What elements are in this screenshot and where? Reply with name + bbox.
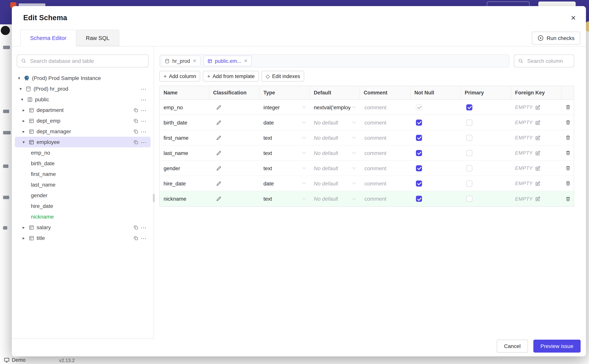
preview-issue-button[interactable]: Preview issue [533,340,581,353]
copy-icon[interactable] [134,140,138,144]
type-select[interactable]: date [260,176,310,191]
edit-foreign-key-icon[interactable] [535,196,541,202]
classification-edit-icon[interactable] [216,150,221,156]
column-name-cell[interactable]: emp_no [160,100,209,115]
tree-item-column[interactable]: first_name [15,169,151,179]
scrollbar-thumb[interactable] [153,194,155,202]
caret-down-icon[interactable]: ▾ [18,87,23,91]
delete-column-icon[interactable] [565,196,571,202]
tree-item-table[interactable]: ▸ department ⋯ [15,105,151,115]
edit-foreign-key-icon[interactable] [535,135,541,140]
run-checks-button[interactable]: Run checks [532,32,580,45]
caret-right-icon[interactable]: ▸ [21,129,26,133]
default-select[interactable]: No default [310,115,360,130]
caret-down-icon[interactable]: ▾ [17,76,21,80]
cancel-button[interactable]: Cancel [497,340,528,353]
tree-item-table[interactable]: ▸ salary ⋯ [15,222,151,233]
delete-column-icon[interactable] [565,165,571,171]
comment-input[interactable] [364,150,407,156]
column-name-cell[interactable]: first_name [160,130,209,145]
not-null-checkbox[interactable] [416,150,422,156]
default-select[interactable]: nextval('employ [310,100,360,115]
tree-item-column[interactable]: gender [15,190,151,201]
classification-edit-icon[interactable] [216,120,221,125]
default-select[interactable]: No default [310,145,360,160]
copy-icon[interactable] [134,225,138,230]
tree-item-column[interactable]: emp_no [15,147,151,158]
default-select[interactable]: No default [310,161,360,176]
kebab-menu-icon[interactable]: ⋯ [141,129,147,134]
tree-item-table[interactable]: ▸ title ⋯ [15,233,151,243]
tree-item-table[interactable]: ▸ dept_emp ⋯ [15,115,151,126]
kebab-menu-icon[interactable]: ⋯ [141,118,147,124]
tab-chip-table[interactable]: public.em... ✕ [203,56,251,66]
column-name-cell[interactable]: birth_date [160,115,209,130]
type-select[interactable]: text [260,191,310,206]
copy-icon[interactable] [134,108,138,112]
edit-indexes-button[interactable]: ◇ Edit indexes [261,71,304,81]
delete-column-icon[interactable] [565,150,571,156]
tree-item-column[interactable]: nickname [15,211,151,222]
caret-right-icon[interactable]: ▸ [21,108,26,112]
comment-input[interactable] [364,195,407,202]
type-select[interactable]: integer [260,100,310,115]
tree-item-column[interactable]: hire_date [15,201,151,211]
primary-checkbox[interactable] [466,180,472,186]
classification-edit-icon[interactable] [216,135,221,140]
copy-icon[interactable] [134,118,138,123]
column-name-cell[interactable]: gender [160,161,209,176]
primary-checkbox[interactable] [466,150,472,156]
close-icon[interactable]: ✕ [244,59,248,63]
edit-foreign-key-icon[interactable] [535,104,541,110]
type-select[interactable]: date [260,115,310,130]
delete-column-icon[interactable] [565,181,571,186]
tree-item-instance[interactable]: ▾ (Prod) Prod Sample Instance [15,73,151,83]
classification-edit-icon[interactable] [216,196,221,202]
default-select[interactable]: No default [310,191,360,206]
add-from-template-button[interactable]: + Add from template [203,71,259,81]
primary-checkbox[interactable] [466,119,472,125]
caret-down-icon[interactable]: ▾ [21,140,26,144]
close-icon[interactable]: ✕ [567,12,580,23]
kebab-menu-icon[interactable]: ⋯ [141,235,147,241]
comment-input[interactable] [364,119,407,126]
caret-right-icon[interactable]: ▸ [21,119,26,123]
primary-checkbox[interactable] [466,196,472,202]
not-null-checkbox[interactable] [416,180,422,186]
delete-column-icon[interactable] [565,135,571,141]
tree-search[interactable] [17,54,149,67]
tree-item-schema[interactable]: ▾ public ⋯ [15,94,151,105]
kebab-menu-icon[interactable]: ⋯ [141,97,147,102]
kebab-menu-icon[interactable]: ⋯ [141,107,147,113]
type-select[interactable]: text [260,130,310,145]
primary-checkbox[interactable] [466,104,472,110]
not-null-checkbox[interactable] [416,165,422,171]
tree-item-column[interactable]: last_name [15,179,151,190]
not-null-checkbox[interactable] [416,104,422,110]
caret-right-icon[interactable]: ▸ [21,236,26,240]
add-column-button[interactable]: + Add column [159,71,200,81]
not-null-checkbox[interactable] [416,119,422,125]
close-icon[interactable]: ✕ [193,59,196,63]
tab-schema-editor[interactable]: Schema Editor [20,30,76,46]
column-name-cell[interactable]: last_name [160,145,209,160]
comment-input[interactable] [364,165,407,172]
delete-column-icon[interactable] [565,104,571,110]
type-select[interactable]: text [260,161,310,176]
kebab-menu-icon[interactable]: ⋯ [141,139,147,145]
column-search[interactable] [514,54,574,67]
avatar[interactable] [1,26,10,35]
demo-link[interactable]: Demo [4,357,26,363]
tree-item-database[interactable]: ▾ (Prod) hr_prod ⋯ [15,83,151,94]
classification-edit-icon[interactable] [216,181,221,186]
classification-edit-icon[interactable] [216,104,221,110]
edit-foreign-key-icon[interactable] [535,165,541,171]
comment-input[interactable] [364,134,407,141]
column-name-cell[interactable]: hire_date [160,176,209,191]
comment-input[interactable] [364,180,407,187]
column-search-input[interactable] [527,58,570,64]
copy-icon[interactable] [134,235,138,240]
tree-item-column[interactable]: birth_date [15,158,151,169]
edit-foreign-key-icon[interactable] [535,150,541,156]
edit-foreign-key-icon[interactable] [535,181,541,186]
